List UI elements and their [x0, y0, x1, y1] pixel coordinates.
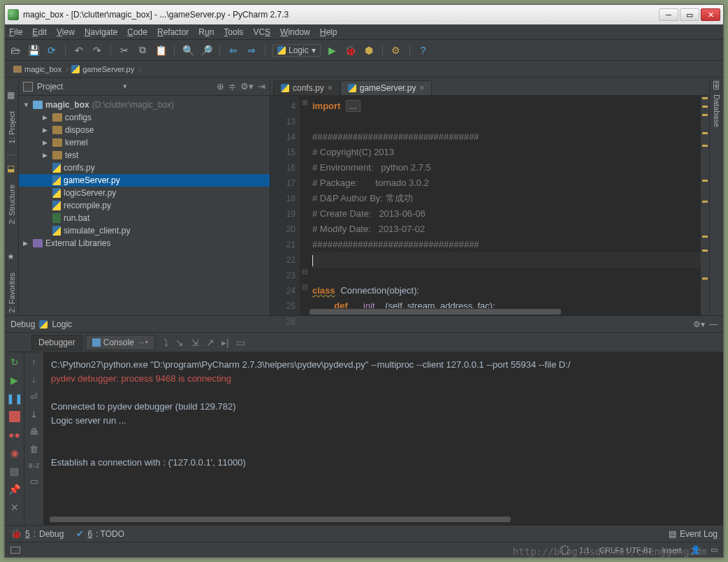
toolwindow-toggle-icon[interactable]: [10, 547, 20, 554]
inspector-icon[interactable]: 👤: [691, 545, 701, 554]
pause-icon[interactable]: ❚❚: [9, 393, 20, 404]
up-icon[interactable]: ↑: [31, 356, 36, 367]
print-icon[interactable]: 🖶: [29, 426, 38, 437]
hide-icon[interactable]: ⇥: [258, 81, 265, 92]
menu-window[interactable]: Window: [280, 27, 310, 37]
undo-icon[interactable]: ↶: [73, 44, 85, 57]
help-icon[interactable]: ?: [417, 44, 430, 57]
tab-debug-bottom[interactable]: 🐞5: Debug: [10, 528, 64, 539]
tab-favorites[interactable]: 2: Favorites: [6, 270, 17, 315]
replace-icon[interactable]: 🔎: [200, 44, 212, 57]
layout-icon[interactable]: ▤: [9, 466, 20, 477]
resume-icon[interactable]: ▶: [9, 375, 20, 386]
copy-icon[interactable]: ⧉: [136, 44, 149, 57]
mute-breakpoints-icon[interactable]: ◉: [9, 447, 20, 459]
rerun-icon[interactable]: ↻: [9, 356, 20, 368]
maximize-button[interactable]: ▭: [680, 8, 699, 21]
tab-event-log[interactable]: ▤ Event Log: [669, 529, 718, 539]
breadcrumb-file[interactable]: gameServer.py: [67, 65, 140, 73]
expand-icon[interactable]: ▶: [43, 139, 50, 146]
editor-tab[interactable]: confs.py×: [273, 80, 340, 95]
fold-column[interactable]: ⊞⊟⊟: [300, 96, 310, 315]
find-icon[interactable]: 🔍: [182, 44, 194, 57]
menu-refactor[interactable]: Refactor: [157, 27, 189, 37]
hide-icon[interactable]: —: [709, 319, 718, 329]
coverage-icon[interactable]: ⬢: [363, 44, 375, 57]
error-stripe[interactable]: [701, 96, 709, 315]
expand-icon[interactable]: ▶: [23, 240, 30, 247]
forward-icon[interactable]: ⇒: [245, 44, 258, 57]
expand-icon[interactable]: ▼: [23, 101, 30, 108]
close-button[interactable]: ✕: [701, 8, 720, 21]
close-icon[interactable]: ×: [419, 83, 424, 93]
pin-icon[interactable]: 📌: [9, 484, 20, 495]
run-icon[interactable]: ▶: [326, 44, 339, 57]
expand-icon[interactable]: ▶: [43, 114, 50, 121]
settings-icon[interactable]: ⚙: [390, 44, 402, 57]
soft-wrap-icon[interactable]: ⏎: [30, 391, 38, 402]
menu-vcs[interactable]: VCS: [253, 27, 270, 37]
redo-icon[interactable]: ↷: [91, 44, 103, 57]
tab-project[interactable]: 1: Project: [6, 108, 17, 146]
step-out-icon[interactable]: ↗: [206, 337, 214, 348]
tab-console[interactable]: Console→•: [85, 335, 155, 350]
editor-hscrollbar[interactable]: [310, 308, 701, 315]
console-output[interactable]: C:\Python27\python.exe "D:\program\PyCha…: [44, 352, 723, 525]
paste-icon[interactable]: 📋: [154, 44, 167, 57]
console-hscrollbar[interactable]: [50, 517, 718, 524]
close-icon[interactable]: ×: [328, 83, 333, 93]
expand-icon[interactable]: ▶: [43, 152, 50, 159]
tab-todo[interactable]: ✔6: TODO: [76, 528, 124, 539]
step-over-icon[interactable]: ⤵: [163, 337, 168, 348]
minimize-button[interactable]: ─: [659, 8, 678, 21]
editor-tab-active[interactable]: gameServer.py×: [340, 80, 432, 95]
save-icon[interactable]: 💾: [27, 44, 40, 57]
step-into-my-icon[interactable]: ⇲: [191, 337, 199, 348]
scroll-end-icon[interactable]: ⤓: [30, 409, 38, 419]
menu-run[interactable]: Run: [198, 27, 214, 37]
structure-icon[interactable]: ⬓: [7, 164, 17, 173]
menu-tools[interactable]: Tools: [224, 27, 243, 37]
encoding-label[interactable]: CRLF‡ UTF-8‡: [599, 546, 652, 554]
project-icon[interactable]: ▦: [7, 90, 17, 100]
close-icon[interactable]: ✕: [9, 502, 20, 513]
gear-icon[interactable]: ⚙▾: [240, 81, 254, 92]
project-tree[interactable]: ▼magic_box (D:\clutter\magic_box) ▶confi…: [19, 96, 270, 315]
clear-icon[interactable]: 🗑: [29, 444, 38, 454]
menu-view[interactable]: View: [57, 27, 75, 37]
evaluate-icon[interactable]: ▭: [236, 337, 245, 348]
debug-icon[interactable]: 🐞: [344, 44, 357, 57]
database-icon[interactable]: 🗄: [712, 80, 722, 92]
chevron-down-icon[interactable]: ▾: [123, 82, 127, 91]
down-icon[interactable]: ↓: [31, 374, 36, 384]
run-config-dropdown[interactable]: Logic ▾: [272, 44, 321, 57]
favorites-star-icon[interactable]: ★: [7, 252, 17, 261]
expand-icon[interactable]: ▶: [43, 127, 50, 134]
menu-navigate[interactable]: Navigate: [85, 27, 117, 37]
code-area[interactable]: 41314151617181920212223242526 ⊞⊟⊟ import…: [270, 96, 709, 315]
breadcrumb-root[interactable]: magic_box: [9, 65, 67, 73]
menu-file[interactable]: File: [9, 27, 22, 37]
step-into-icon[interactable]: ↘: [175, 337, 184, 348]
memory-indicator[interactable]: ▭: [711, 545, 718, 554]
sort-icon[interactable]: a↓z: [29, 461, 40, 469]
tab-structure[interactable]: 2: Structure: [6, 182, 17, 227]
locate-icon[interactable]: ⊕: [217, 81, 224, 92]
sync-icon[interactable]: ⟳: [45, 44, 58, 57]
tree-file-selected[interactable]: gameServer.py: [19, 174, 270, 187]
filter-icon[interactable]: ▭: [30, 476, 38, 487]
stop-icon[interactable]: [9, 411, 20, 422]
tab-debugger[interactable]: Debugger: [31, 335, 82, 350]
run-to-cursor-icon[interactable]: ▸|: [221, 337, 229, 348]
menu-code[interactable]: Code: [127, 27, 147, 37]
cut-icon[interactable]: ✂: [118, 44, 131, 57]
code-text[interactable]: import ... #############################…: [310, 96, 701, 315]
menu-help[interactable]: Help: [320, 27, 337, 37]
breakpoints-icon[interactable]: ●●: [9, 429, 20, 440]
collapse-icon[interactable]: ≑: [228, 81, 236, 92]
gear-icon[interactable]: ⚙▾: [693, 319, 705, 329]
back-icon[interactable]: ⇐: [227, 44, 240, 57]
open-icon[interactable]: 🗁: [9, 44, 22, 57]
menu-edit[interactable]: Edit: [32, 27, 47, 37]
tab-database[interactable]: Database: [711, 92, 722, 130]
